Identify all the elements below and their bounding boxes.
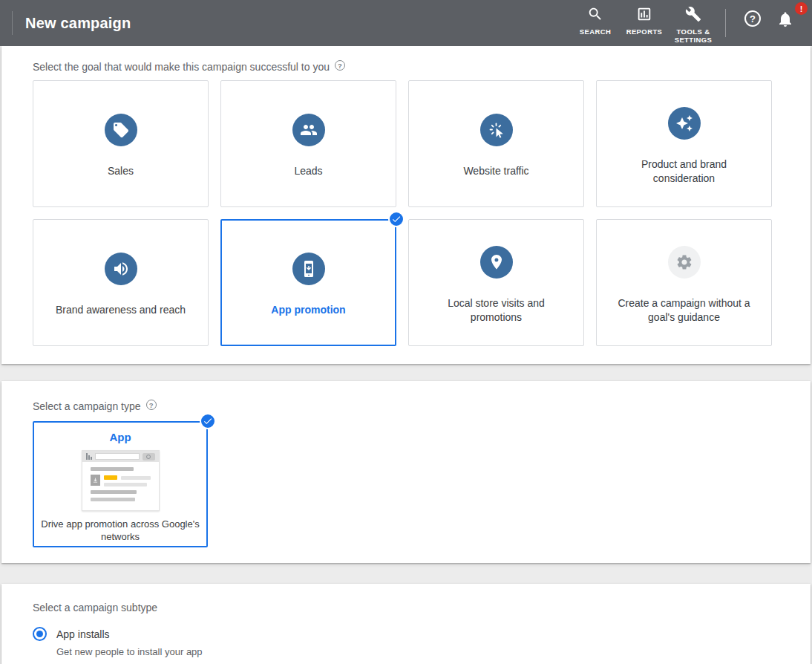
selected-check-icon <box>388 211 405 227</box>
goal-card-leads[interactable]: Leads <box>220 80 396 207</box>
illustration-browser-bar <box>82 451 159 462</box>
illustration-search-input <box>95 453 140 460</box>
goal-card-sales[interactable]: Sales <box>33 80 209 207</box>
goal-card-brand-awareness[interactable]: Brand awareness and reach <box>33 219 209 346</box>
goal-card-label: Sales <box>91 164 150 178</box>
cursor-click-icon <box>480 114 513 146</box>
placeholder-bar <box>91 498 135 501</box>
notification-badge: ! <box>795 2 808 15</box>
megaphone-icon <box>105 253 137 285</box>
goal-card-no-goal-guidance[interactable]: Create a campaign without a goal's guida… <box>596 219 772 346</box>
goal-card-label: Brand awareness and reach <box>39 303 202 317</box>
search-nav-button[interactable]: SEARCH <box>571 6 620 36</box>
help-circle-icon[interactable]: ? <box>335 60 345 71</box>
goal-section-title: Select the goal that would make this cam… <box>33 61 330 73</box>
illustration-search-button <box>143 453 155 460</box>
campaign-type-card-app[interactable]: App <box>33 421 208 547</box>
tools-settings-nav-label: TOOLS & SETTINGS <box>669 27 718 44</box>
illustration-app-result-row <box>91 475 151 486</box>
help-button[interactable]: ? <box>736 6 769 27</box>
campaign-type-section: Select a campaign type ? App <box>1 381 811 563</box>
illustration-logo <box>86 453 92 460</box>
placeholder-bar <box>91 490 137 494</box>
campaign-type-label: App <box>109 431 131 443</box>
header-divider <box>12 11 13 35</box>
header-nav-divider <box>725 9 726 37</box>
search-icon <box>146 455 151 459</box>
people-icon <box>292 114 325 146</box>
phone-download-icon <box>292 253 325 285</box>
illustration-text-lines <box>104 475 151 486</box>
subtype-option-app-installs[interactable]: App installs <box>33 627 779 641</box>
bell-icon <box>776 10 794 31</box>
illustration-results <box>82 462 159 501</box>
subtype-section-title: Select a campaign subtype <box>33 602 157 613</box>
tools-settings-nav-button[interactable]: TOOLS & SETTINGS <box>669 6 718 44</box>
campaign-subtype-section: Select a campaign subtype App installs G… <box>1 584 811 664</box>
selected-check-icon <box>200 413 216 429</box>
app-search-result-illustration <box>82 450 160 511</box>
wrench-icon <box>685 6 701 25</box>
campaign-type-description: Drive app promotion across Google's netw… <box>41 518 200 543</box>
price-tag-icon <box>105 114 137 146</box>
goal-card-label: App promotion <box>255 303 361 317</box>
download-icon <box>91 475 100 486</box>
location-pin-icon <box>480 246 513 279</box>
reports-nav-button[interactable]: REPORTS <box>620 6 669 36</box>
goal-card-app-promotion[interactable]: App promotion <box>220 219 396 346</box>
goal-card-product-brand-consideration[interactable]: Product and brand consideration <box>596 80 772 207</box>
goal-card-label: Product and brand consideration <box>597 157 771 186</box>
search-nav-label: SEARCH <box>580 27 612 36</box>
goal-card-label: Website traffic <box>447 164 545 178</box>
goal-card-local-store-visits[interactable]: Local store visits and promotions <box>408 219 584 346</box>
subtype-option-label: App installs <box>56 628 110 640</box>
bar-chart-icon <box>636 6 652 25</box>
radio-selected-dot <box>36 631 43 637</box>
type-section-title-row: Select a campaign type ? <box>33 400 779 412</box>
goal-section: Select the goal that would make this cam… <box>1 46 811 364</box>
type-section-title: Select a campaign type <box>33 400 141 412</box>
notifications-button[interactable]: ! <box>769 6 802 31</box>
reports-nav-label: REPORTS <box>626 27 663 36</box>
app-header: New campaign SEARCH REPORTS TOOLS & SETT… <box>0 0 812 46</box>
placeholder-bar <box>104 483 147 486</box>
gear-icon <box>668 246 701 279</box>
sparkles-icon <box>668 107 701 140</box>
goal-card-label: Leads <box>278 164 338 178</box>
search-icon <box>587 6 603 25</box>
placeholder-bar <box>91 467 134 471</box>
highlight-bar <box>104 475 117 480</box>
radio-app-installs[interactable] <box>33 627 47 641</box>
goal-card-website-traffic[interactable]: Website traffic <box>408 80 584 207</box>
goal-card-label: Local store visits and promotions <box>409 296 583 325</box>
page-title: New campaign <box>25 15 131 32</box>
help-icon: ? <box>744 10 761 27</box>
subtype-option-description: Get new people to install your app <box>56 646 779 657</box>
subtype-section-title-row: Select a campaign subtype <box>33 602 779 613</box>
goal-card-grid: Sales Leads Website traffic <box>33 80 779 346</box>
placeholder-bar <box>121 476 151 480</box>
header-nav: SEARCH REPORTS TOOLS & SETTINGS ? ! <box>571 0 812 46</box>
help-circle-icon[interactable]: ? <box>146 400 157 410</box>
goal-section-title-row: Select the goal that would make this cam… <box>33 61 779 73</box>
goal-card-label: Create a campaign without a goal's guida… <box>597 296 771 325</box>
